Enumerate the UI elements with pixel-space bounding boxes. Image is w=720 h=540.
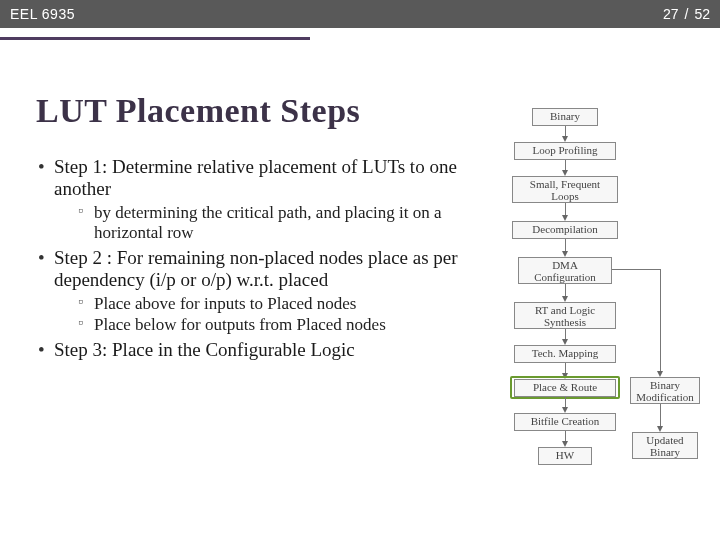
page-total: 52 <box>694 6 710 22</box>
flow-node-binary-mod: Binary Modification <box>630 377 700 404</box>
flowchart: Binary Loop Profiling Small, Frequent Lo… <box>494 108 704 500</box>
flow-connector <box>612 269 660 270</box>
slide-body: LUT Placement Steps Step 1: Determine re… <box>36 92 476 363</box>
sub-list: Place above for inputs to Placed nodes P… <box>54 294 476 335</box>
slide-title: LUT Placement Steps <box>36 92 476 130</box>
page-indicator: 27 / 52 <box>663 6 710 22</box>
flow-node-tech-mapping: Tech. Mapping <box>514 345 616 363</box>
page-current: 27 <box>663 6 679 22</box>
slide-header: EEL 6935 27 / 52 <box>0 0 720 28</box>
header-underline <box>0 37 310 40</box>
sub-list: by determining the critical path, and pl… <box>54 203 476 243</box>
page-sep: / <box>685 6 689 22</box>
bullet-item: Step 1: Determine relative placement of … <box>36 156 476 243</box>
bullet-text: Step 2 : For remaining non-placed nodes … <box>54 247 458 290</box>
flow-connector <box>660 269 661 373</box>
flow-node-rt-logic: RT and Logic Synthesis <box>514 302 616 329</box>
sub-item: Place above for inputs to Placed nodes <box>54 294 476 314</box>
flow-connector <box>660 404 661 428</box>
bullet-text: Step 3: Place in the Configurable Logic <box>54 339 355 360</box>
bullet-text: Step 1: Determine relative placement of … <box>54 156 457 199</box>
highlight-box <box>510 376 620 399</box>
flow-node-dma: DMA Configuration <box>518 257 612 284</box>
flow-node-loop-profiling: Loop Profiling <box>514 142 616 160</box>
bullet-item: Step 2 : For remaining non-placed nodes … <box>36 247 476 335</box>
sub-item: by determining the critical path, and pl… <box>54 203 476 243</box>
bullet-list: Step 1: Determine relative placement of … <box>36 156 476 361</box>
course-code: EEL 6935 <box>10 6 75 22</box>
flow-node-updated-binary: Updated Binary <box>632 432 698 459</box>
flow-node-binary: Binary <box>532 108 598 126</box>
flow-node-small-loops: Small, Frequent Loops <box>512 176 618 203</box>
flow-node-hw: HW <box>538 447 592 465</box>
flow-node-bitfile: Bitfile Creation <box>514 413 616 431</box>
flow-node-decompilation: Decompilation <box>512 221 618 239</box>
bullet-item: Step 3: Place in the Configurable Logic <box>36 339 476 361</box>
sub-item: Place below for outputs from Placed node… <box>54 315 476 335</box>
